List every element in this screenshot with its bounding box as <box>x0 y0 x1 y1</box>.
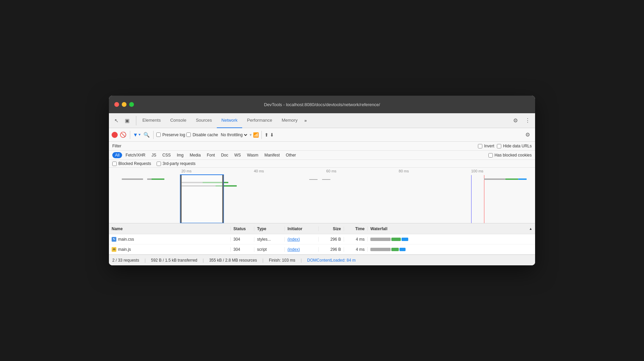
disable-cache-checkbox[interactable] <box>186 133 191 137</box>
type-filter-all[interactable]: All <box>112 152 122 158</box>
panel-icon-button[interactable]: ▣ <box>122 116 132 125</box>
network-table: Name Status Type Initiator Size Time Wat… <box>109 223 535 255</box>
mini-bar-1a <box>122 178 143 180</box>
clear-button[interactable]: 🚫 <box>119 131 127 139</box>
blocked-requests-checkbox[interactable] <box>112 162 117 166</box>
tick-40ms: 40 ms <box>254 169 264 173</box>
throttle-select[interactable]: No throttling <box>220 132 248 138</box>
row-time-css: 4 ms <box>344 237 368 242</box>
header-size[interactable]: Size <box>319 226 344 231</box>
type-filter-bar: All Fetch/XHR JS CSS Img Media Font Doc <box>109 151 535 160</box>
tab-icon-group: ↖ ▣ <box>112 116 132 125</box>
wf-blue-css <box>401 238 408 241</box>
tab-network[interactable]: Network <box>217 113 243 128</box>
table-row[interactable]: JS main.js 304 script (index) 296 B 4 ms <box>109 244 535 255</box>
wf-green-css <box>391 238 401 241</box>
panel-icon: ▣ <box>125 118 130 124</box>
preserve-log-checkbox[interactable] <box>156 133 161 137</box>
hide-data-urls-label[interactable]: Hide data URLs <box>497 144 532 148</box>
header-time[interactable]: Time <box>344 226 368 231</box>
red-vertical-line <box>484 175 484 223</box>
filter-funnel-icon <box>138 132 141 138</box>
table-row[interactable]: ✎ main.css 304 styles... (index) 296 B 4… <box>109 234 535 244</box>
download-icon-button[interactable]: ⬇ <box>270 132 274 138</box>
header-waterfall[interactable]: Waterfall ▲ <box>368 226 535 231</box>
search-button[interactable]: 🔍 <box>142 131 151 139</box>
tick-80ms: 80 ms <box>399 169 409 173</box>
row-status-css: 304 <box>231 237 254 242</box>
hide-data-urls-checkbox[interactable] <box>497 144 501 148</box>
row-time-js: 4 ms <box>344 247 368 252</box>
throttle-arrow-icon: ▾ <box>250 133 252 137</box>
toolbar-right: ⚙ <box>523 130 532 140</box>
minimize-button[interactable] <box>122 102 127 107</box>
row-name-css: ✎ main.css <box>109 237 231 242</box>
status-sep-2: | <box>203 258 204 263</box>
settings-icon-button[interactable]: ⚙ <box>511 116 520 125</box>
selection-box[interactable] <box>180 174 224 223</box>
row-initiator-css: (index) <box>285 237 319 242</box>
cursor-icon-button[interactable]: ↖ <box>112 116 121 125</box>
preserve-log-label[interactable]: Preserve log <box>156 133 185 137</box>
devtools-window: DevTools - localhost:8080/docs/devtools/… <box>109 96 535 265</box>
selection-handle-left[interactable] <box>180 175 182 223</box>
type-filter-doc[interactable]: Doc <box>218 152 231 158</box>
tab-separator <box>136 116 136 125</box>
tab-sources[interactable]: Sources <box>191 113 217 128</box>
type-filter-manifest[interactable]: Manifest <box>262 152 282 158</box>
window-controls <box>114 102 134 107</box>
header-initiator[interactable]: Initiator <box>285 226 319 231</box>
row-size-js: 296 B <box>319 247 344 252</box>
status-bar: 2 / 33 requests | 592 B / 1.5 kB transfe… <box>109 255 535 265</box>
header-status[interactable]: Status <box>231 226 254 231</box>
more-options-button[interactable]: ⋮ <box>523 116 532 125</box>
type-filter-js[interactable]: JS <box>149 152 159 158</box>
row-type-css: styles... <box>254 237 285 242</box>
type-filter-media[interactable]: Media <box>187 152 204 158</box>
sort-arrow-icon: ▲ <box>529 227 532 231</box>
filter-text-label: Filter <box>112 144 121 148</box>
close-button[interactable] <box>114 102 119 107</box>
overview-panel[interactable]: 20 ms 40 ms 60 ms 80 ms 100 ms <box>109 168 535 223</box>
tab-performance[interactable]: Performance <box>242 113 277 128</box>
record-button[interactable] <box>112 132 118 138</box>
status-sep-4: | <box>301 258 302 263</box>
third-party-label[interactable]: 3rd-party requests <box>157 161 196 166</box>
titlebar: DevTools - localhost:8080/docs/devtools/… <box>109 96 535 113</box>
mini-bar-4b <box>322 179 330 180</box>
more-tabs-button[interactable]: » <box>302 118 309 123</box>
type-filter-other[interactable]: Other <box>283 152 299 158</box>
type-filter-wasm[interactable]: Wasm <box>244 152 261 158</box>
transferred-size: 592 B / 1.5 kB transferred <box>151 258 198 263</box>
window-title: DevTools - localhost:8080/docs/devtools/… <box>264 102 380 107</box>
row-name-js: JS main.js <box>109 247 231 252</box>
invert-label[interactable]: Invert <box>478 144 494 148</box>
disable-cache-label[interactable]: Disable cache <box>186 133 218 137</box>
filter-button[interactable]: ▼ <box>133 131 141 139</box>
tabs-bar: ↖ ▣ Elements Console Sources Network Per… <box>109 113 535 128</box>
tab-elements[interactable]: Elements <box>138 113 165 128</box>
upload-icon-button[interactable]: ⬆ <box>264 132 269 138</box>
invert-checkbox[interactable] <box>478 144 482 148</box>
maximize-button[interactable] <box>129 102 134 107</box>
type-filter-ws[interactable]: WS <box>232 152 244 158</box>
network-settings-button[interactable]: ⚙ <box>523 130 532 140</box>
row-type-js: script <box>254 247 285 252</box>
tab-console[interactable]: Console <box>165 113 191 128</box>
has-blocked-cookies-checkbox[interactable] <box>488 153 493 158</box>
type-filter-img[interactable]: Img <box>174 152 186 158</box>
filter-bar: Filter Invert Hide data URLs <box>109 142 535 151</box>
type-filter-font[interactable]: Font <box>204 152 217 158</box>
third-party-checkbox[interactable] <box>157 162 161 166</box>
tab-memory[interactable]: Memory <box>277 113 302 128</box>
table-header: Name Status Type Initiator Size Time Wat… <box>109 223 535 234</box>
blocked-requests-label[interactable]: Blocked Requests <box>112 161 151 166</box>
devtools-body: ↖ ▣ Elements Console Sources Network Per… <box>109 113 535 265</box>
selection-handle-right[interactable] <box>222 175 224 223</box>
type-filter-css[interactable]: CSS <box>160 152 174 158</box>
header-name[interactable]: Name <box>109 226 231 231</box>
type-filter-fetch[interactable]: Fetch/XHR <box>123 152 148 158</box>
js-file-icon: JS <box>112 247 116 252</box>
wf-green-js <box>391 248 399 251</box>
header-type[interactable]: Type <box>254 226 285 231</box>
